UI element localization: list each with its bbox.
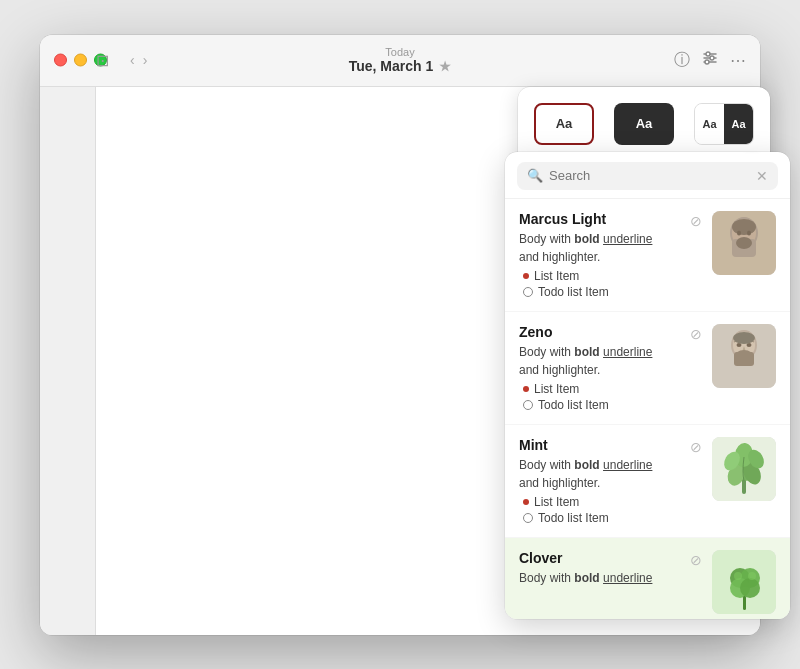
nav-next-button[interactable]: › [143,52,148,68]
appearance-light-preview: Aa [534,103,594,145]
nav-arrows: ‹ › [130,52,147,68]
theme-todo-item: Todo list Item [523,285,680,299]
svg-point-12 [747,230,751,235]
theme-search-area: 🔍 ✕ [505,152,790,199]
svg-point-3 [706,52,710,56]
search-icon: 🔍 [527,168,543,183]
theme-item-clover[interactable]: Clover Body with bold underline ⊘ [505,538,790,619]
nav-prev-button[interactable]: ‹ [130,52,135,68]
appearance-auto-left: Aa [695,104,724,144]
theme-item-zeno[interactable]: Zeno Body with bold underlineand highlig… [505,312,790,425]
theme-panel: 🔍 ✕ Marcus Light Body with bold underlin… [505,152,790,619]
appearance-dark-preview: Aa [614,103,674,145]
theme-item-marcus-light[interactable]: Marcus Light Body with bold underlineand… [505,199,790,312]
bullet-circle-icon [523,400,533,410]
titlebar-subtitle: Today [349,46,452,58]
theme-item-mint-body: Body with bold underlineand highlighter. [519,456,680,492]
theme-item-clover-body: Body with bold underline [519,569,680,587]
star-icon[interactable]: ★ [439,59,451,74]
bullet-dot-icon [523,386,529,392]
appearance-auto-right: Aa [724,104,753,144]
theme-item-marcus-light-bullets: List Item Todo list Item [519,269,680,299]
svg-point-4 [710,56,714,60]
svg-point-9 [732,219,756,235]
svg-point-13 [736,237,752,249]
search-bar: 🔍 ✕ [517,162,778,190]
theme-item-zeno-body: Body with bold underlineand highlighter. [519,343,680,379]
main-window: ⊡ ‹ › Today Tue, March 1 ★ ⓘ [40,35,760,635]
theme-item-marcus-light-content: Marcus Light Body with bold underlineand… [519,211,680,299]
theme-bullet-item: List Item [523,269,680,283]
sidebar-toggle-icon[interactable]: ⊡ [96,51,109,70]
bullet-circle-icon [523,513,533,523]
minimize-button[interactable] [74,54,87,67]
more-icon[interactable]: ⋯ [730,51,746,70]
theme-item-mint-bullets: List Item Todo list Item [519,495,680,525]
svg-point-34 [740,578,760,598]
info-icon[interactable]: ⓘ [674,50,690,71]
theme-item-mint-title: Mint [519,437,680,453]
theme-item-clover-title: Clover [519,550,680,566]
appearance-auto-preview: Aa Aa [694,103,754,145]
svg-rect-35 [743,596,746,610]
theme-bullet-item: List Item [523,382,680,396]
theme-thumbnail-clover [712,550,776,614]
theme-item-zeno-content: Zeno Body with bold underlineand highlig… [519,324,680,412]
theme-todo-item: Todo list Item [523,398,680,412]
theme-item-marcus-light-title: Marcus Light [519,211,680,227]
svg-point-5 [705,60,709,64]
bullet-dot-icon [523,499,529,505]
theme-edit-icon[interactable]: ⊘ [690,439,702,455]
appearance-auto-inner: Aa Aa [695,104,753,144]
titlebar: ⊡ ‹ › Today Tue, March 1 ★ ⓘ [40,35,760,87]
theme-thumbnail-zeno [712,324,776,388]
svg-point-11 [737,230,741,235]
titlebar-title: Tue, March 1 ★ [349,58,452,74]
theme-edit-icon[interactable]: ⊘ [690,213,702,229]
svg-point-37 [748,572,756,580]
theme-edit-icon[interactable]: ⊘ [690,552,702,568]
svg-point-36 [734,572,742,580]
theme-item-zeno-bullets: List Item Todo list Item [519,382,680,412]
titlebar-center: Today Tue, March 1 ★ [349,46,452,74]
search-input[interactable] [549,168,750,183]
theme-item-mint[interactable]: Mint Body with bold underlineand highlig… [505,425,790,538]
theme-bullet-item: List Item [523,495,680,509]
window-body: › Aa Light Aa Dark [40,87,760,635]
svg-rect-20 [734,352,754,366]
bullet-dot-icon [523,273,529,279]
sliders-icon[interactable] [702,50,718,70]
bullet-circle-icon [523,287,533,297]
svg-point-21 [733,332,755,344]
close-search-button[interactable]: ✕ [756,168,768,184]
theme-edit-icon[interactable]: ⊘ [690,326,702,342]
close-button[interactable] [54,54,67,67]
theme-item-zeno-title: Zeno [519,324,680,340]
theme-item-clover-content: Clover Body with bold underline [519,550,680,587]
titlebar-actions: ⓘ ⋯ [674,50,746,71]
theme-item-marcus-light-body: Body with bold underlineand highlighter. [519,230,680,266]
theme-todo-item: Todo list Item [523,511,680,525]
sidebar [40,87,96,635]
theme-thumbnail-mint [712,437,776,501]
theme-item-mint-content: Mint Body with bold underlineand highlig… [519,437,680,525]
theme-list: Marcus Light Body with bold underlineand… [505,199,790,619]
theme-thumbnail-marcus [712,211,776,275]
